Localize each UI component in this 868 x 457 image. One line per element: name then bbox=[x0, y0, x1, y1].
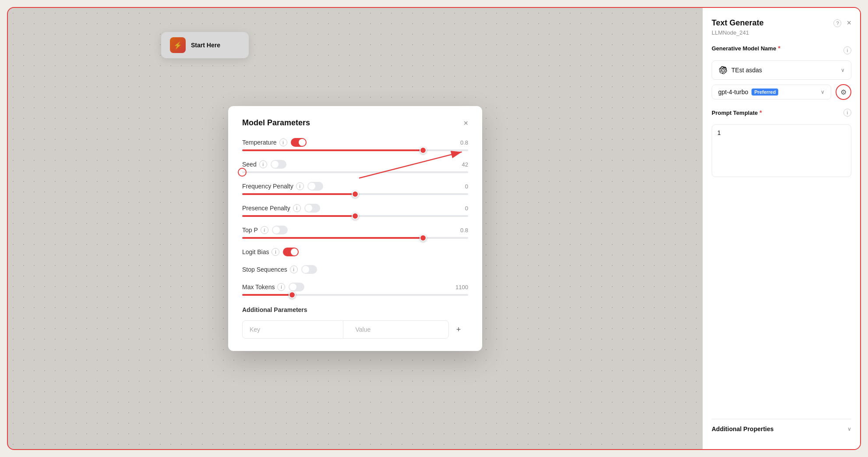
generative-model-info-icon[interactable]: i bbox=[843, 46, 851, 54]
prompt-template-section: Prompt Template * i 1 bbox=[712, 109, 851, 177]
param-max-tokens: Max Tokens i 1100 bbox=[242, 283, 468, 296]
model-version-label: gpt-4-turbo Preferred bbox=[718, 89, 778, 96]
close-icon[interactable]: × bbox=[847, 18, 851, 28]
canvas-area: ⚡ Start Here Model Parameters × Temperat… bbox=[8, 8, 702, 449]
max-tokens-label: Max Tokens i bbox=[242, 283, 285, 291]
top-p-toggle[interactable] bbox=[272, 226, 288, 234]
stop-sequences-label: Stop Sequences i bbox=[242, 266, 298, 273]
additional-properties-label: Additional Properties bbox=[712, 425, 774, 432]
add-parameter-button[interactable]: + bbox=[452, 323, 465, 336]
param-presence-penalty: Presence Penalty i 0 bbox=[242, 204, 468, 217]
value-placeholder[interactable]: Value bbox=[349, 321, 449, 338]
top-p-label: Top P i bbox=[242, 226, 268, 234]
model-version-chevron: ∨ bbox=[821, 89, 825, 95]
param-logit-bias-header: Logit Bias i bbox=[242, 248, 468, 256]
seed-label: Seed i bbox=[242, 160, 267, 168]
temperature-info-icon[interactable]: i bbox=[279, 138, 287, 146]
openai-icon bbox=[718, 65, 728, 75]
key-placeholder[interactable]: Key bbox=[243, 321, 343, 338]
model-version-dropdown[interactable]: gpt-4-turbo Preferred ∨ bbox=[712, 85, 831, 99]
frequency-penalty-toggle[interactable] bbox=[307, 182, 323, 191]
logit-bias-toggle[interactable] bbox=[283, 248, 299, 256]
prompt-template-field[interactable]: 1 bbox=[712, 124, 851, 177]
prompt-template-label: Prompt Template * bbox=[712, 109, 762, 116]
panel-header: Text Generate ? × bbox=[712, 18, 851, 28]
additional-params-title: Additional Parameters bbox=[242, 306, 468, 313]
seed-value: 42 bbox=[462, 161, 468, 168]
seed-slider[interactable] bbox=[242, 171, 468, 173]
additional-properties-section[interactable]: Additional Properties ∨ bbox=[712, 419, 851, 439]
param-stop-sequences-header: Stop Sequences i bbox=[242, 265, 468, 274]
modal-close-button[interactable]: × bbox=[463, 119, 468, 127]
param-stop-sequences: Stop Sequences i bbox=[242, 265, 468, 274]
stop-sequences-info-icon[interactable]: i bbox=[290, 266, 298, 273]
app-container: ⚡ Start Here Model Parameters × Temperat… bbox=[7, 7, 861, 450]
temperature-toggle[interactable] bbox=[291, 138, 307, 147]
frequency-penalty-label: Frequency Penalty i bbox=[242, 182, 304, 190]
presence-penalty-value: 0 bbox=[465, 205, 468, 212]
panel-title: Text Generate bbox=[712, 18, 764, 28]
stop-sequences-toggle[interactable] bbox=[301, 265, 317, 274]
model-parameters-modal: Model Parameters × Temperature i 0.8 bbox=[228, 106, 482, 351]
model-settings-button[interactable]: ⚙ bbox=[836, 84, 851, 100]
param-temperature-header: Temperature i 0.8 bbox=[242, 138, 468, 147]
seed-toggle[interactable] bbox=[271, 160, 286, 169]
temperature-slider[interactable] bbox=[242, 149, 468, 151]
param-temperature: Temperature i 0.8 bbox=[242, 138, 468, 151]
additional-properties-chevron: ∨ bbox=[847, 426, 851, 432]
param-frequency-penalty: Frequency Penalty i 0 bbox=[242, 182, 468, 195]
presence-penalty-info-icon[interactable]: i bbox=[293, 204, 301, 212]
logit-bias-info-icon[interactable]: i bbox=[272, 248, 279, 256]
selected-model-name: TEst asdas bbox=[731, 67, 762, 74]
frequency-penalty-info-icon[interactable]: i bbox=[296, 182, 304, 190]
param-frequency-penalty-header: Frequency Penalty i 0 bbox=[242, 182, 468, 191]
param-top-p-header: Top P i 0.8 bbox=[242, 226, 468, 234]
max-tokens-slider[interactable] bbox=[242, 294, 468, 296]
seed-info-icon[interactable]: i bbox=[259, 160, 267, 168]
param-top-p: Top P i 0.8 bbox=[242, 226, 468, 239]
param-presence-penalty-header: Presence Penalty i 0 bbox=[242, 204, 468, 213]
model-version-row: gpt-4-turbo Preferred ∨ ⚙ bbox=[712, 84, 851, 100]
prompt-value: 1 bbox=[717, 129, 721, 136]
top-p-info-icon[interactable]: i bbox=[261, 226, 268, 234]
logit-bias-label: Logit Bias i bbox=[242, 248, 279, 256]
presence-penalty-toggle[interactable] bbox=[304, 204, 320, 213]
generative-model-label: Generative Model Name * bbox=[712, 45, 780, 52]
param-seed-header: Seed i 42 bbox=[242, 160, 468, 169]
frequency-penalty-value: 0 bbox=[465, 183, 468, 190]
modal-overlay: Model Parameters × Temperature i 0.8 bbox=[8, 8, 702, 449]
right-panel: Text Generate ? × LLMNode_241 Generative… bbox=[702, 8, 860, 449]
prompt-required-asterisk: * bbox=[759, 109, 762, 116]
panel-subtitle: LLMNode_241 bbox=[712, 29, 851, 36]
model-dropdown-inner: TEst asdas bbox=[718, 65, 762, 75]
max-tokens-info-icon[interactable]: i bbox=[277, 283, 285, 291]
model-dropdown[interactable]: TEst asdas ∨ bbox=[712, 60, 851, 80]
model-version-text: gpt-4-turbo bbox=[718, 89, 748, 96]
preferred-badge: Preferred bbox=[752, 89, 778, 96]
prompt-template-info-icon[interactable]: i bbox=[843, 109, 851, 117]
temperature-label: Temperature i bbox=[242, 138, 287, 146]
presence-penalty-label: Presence Penalty i bbox=[242, 204, 301, 212]
param-logit-bias: Logit Bias i bbox=[242, 248, 468, 256]
temperature-value: 0.8 bbox=[460, 139, 468, 146]
key-value-row: Key Value bbox=[242, 320, 449, 339]
model-dropdown-chevron: ∨ bbox=[841, 67, 845, 73]
required-asterisk: * bbox=[778, 45, 780, 52]
modal-header: Model Parameters × bbox=[242, 118, 468, 128]
settings-icon: ⚙ bbox=[840, 88, 847, 96]
modal-title: Model Parameters bbox=[242, 118, 310, 128]
param-max-tokens-header: Max Tokens i 1100 bbox=[242, 283, 468, 291]
top-p-slider[interactable] bbox=[242, 237, 468, 239]
additional-params-section: Additional Parameters Key Value + bbox=[242, 306, 468, 339]
prompt-label-row: Prompt Template * i bbox=[712, 109, 851, 117]
frequency-penalty-slider[interactable] bbox=[242, 193, 468, 195]
param-seed: Seed i 42 bbox=[242, 160, 468, 173]
top-p-value: 0.8 bbox=[460, 227, 468, 234]
max-tokens-value: 1100 bbox=[455, 284, 468, 290]
panel-header-icons: ? × bbox=[833, 18, 851, 28]
help-icon[interactable]: ? bbox=[833, 19, 841, 27]
max-tokens-toggle[interactable] bbox=[289, 283, 304, 291]
presence-penalty-slider[interactable] bbox=[242, 215, 468, 217]
